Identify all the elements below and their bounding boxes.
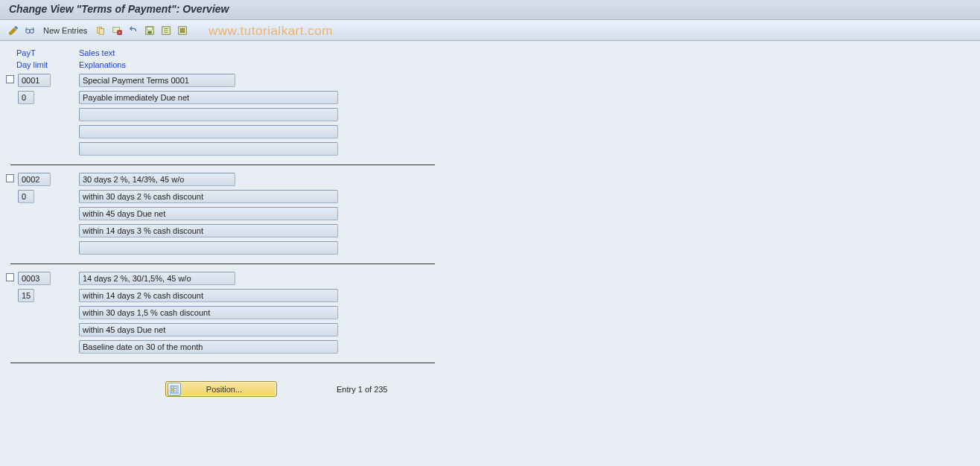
copy-icon[interactable] bbox=[95, 25, 106, 36]
sales-text-field[interactable]: 14 days 2 %, 30/1,5%, 45 w/o bbox=[79, 272, 235, 285]
explanation-field[interactable] bbox=[79, 125, 338, 138]
delete-icon[interactable] bbox=[111, 25, 123, 36]
explanation-field[interactable]: within 14 days 3 % cash discount bbox=[79, 224, 338, 237]
watermark-text: www.tutorialkart.com bbox=[209, 21, 333, 42]
select-all-icon[interactable] bbox=[160, 25, 172, 36]
change-icon[interactable] bbox=[7, 25, 19, 36]
payt-field[interactable]: 0003 bbox=[18, 272, 51, 285]
header-sales-text: Sales text bbox=[79, 48, 377, 57]
separator bbox=[10, 264, 435, 264]
entry-counter: Entry 1 of 235 bbox=[337, 385, 388, 394]
glasses-icon[interactable] bbox=[24, 25, 36, 36]
svg-point-0 bbox=[26, 29, 30, 33]
svg-rect-14 bbox=[174, 386, 177, 388]
payt-field[interactable]: 0001 bbox=[18, 74, 51, 87]
column-header-row-2: Day limit Explanations bbox=[16, 60, 974, 69]
payt-field[interactable]: 0002 bbox=[18, 173, 51, 186]
day-limit-field[interactable]: 0 bbox=[18, 91, 34, 104]
separator bbox=[10, 363, 435, 363]
explanation-field[interactable] bbox=[79, 142, 338, 156]
header-day-limit: Day limit bbox=[16, 60, 79, 69]
explanation-field[interactable]: Baseline date on 30 of the month bbox=[79, 340, 338, 354]
row-select-checkbox[interactable] bbox=[6, 75, 14, 83]
svg-rect-16 bbox=[174, 389, 177, 390]
page-title-text: Change View "Terms of Payment": Overview bbox=[9, 3, 229, 15]
row-select-checkbox[interactable] bbox=[6, 273, 14, 281]
entry-block: 0002 30 days 2 %, 14/3%, 45 w/o 0 within… bbox=[6, 173, 974, 256]
footer-row: Position... Entry 1 of 235 bbox=[165, 381, 974, 397]
explanation-field[interactable]: within 45 days Due net bbox=[79, 323, 338, 336]
entry-block: 0003 14 days 2 %, 30/1,5%, 45 w/o 15 wit… bbox=[6, 272, 974, 355]
entry-row: 0002 30 days 2 %, 14/3%, 45 w/o bbox=[6, 173, 974, 188]
explanation-field[interactable]: within 14 days 2 % cash discount bbox=[79, 289, 338, 302]
separator bbox=[10, 165, 435, 165]
column-header-row-1: PayT Sales text bbox=[16, 48, 974, 57]
explanation-field[interactable] bbox=[79, 241, 338, 255]
entry-row: 0001 Special Payment Terms 0001 bbox=[6, 74, 974, 89]
svg-rect-18 bbox=[174, 391, 177, 392]
sales-text-field[interactable]: 30 days 2 %, 14/3%, 45 w/o bbox=[79, 173, 235, 186]
position-button[interactable]: Position... bbox=[165, 381, 277, 397]
content-area: PayT Sales text Day limit Explanations 0… bbox=[0, 41, 980, 397]
row-select-checkbox[interactable] bbox=[6, 174, 14, 182]
position-button-label: Position... bbox=[185, 385, 276, 394]
save-icon[interactable] bbox=[144, 25, 156, 36]
svg-rect-8 bbox=[148, 31, 152, 34]
position-icon bbox=[168, 383, 181, 396]
svg-rect-17 bbox=[172, 391, 174, 392]
sales-text-field[interactable]: Special Payment Terms 0001 bbox=[79, 74, 235, 87]
undo-icon[interactable] bbox=[127, 25, 139, 36]
svg-rect-11 bbox=[181, 28, 185, 32]
svg-rect-15 bbox=[172, 389, 174, 390]
day-limit-field[interactable]: 0 bbox=[18, 190, 34, 203]
application-toolbar: New Entries www.tutorialkart.com bbox=[0, 20, 980, 41]
svg-rect-3 bbox=[100, 28, 104, 34]
svg-rect-7 bbox=[147, 28, 153, 31]
explanation-field[interactable]: Payable immediately Due net bbox=[79, 91, 338, 104]
explanation-field[interactable] bbox=[79, 108, 338, 121]
svg-rect-13 bbox=[172, 386, 174, 388]
header-explanations: Explanations bbox=[79, 60, 377, 69]
header-payt: PayT bbox=[16, 48, 79, 57]
new-entries-button[interactable]: New Entries bbox=[43, 26, 87, 35]
explanation-field[interactable]: within 30 days 1,5 % cash discount bbox=[79, 306, 338, 319]
entry-block: 0001 Special Payment Terms 0001 0 Payabl… bbox=[6, 74, 974, 157]
deselect-all-icon[interactable] bbox=[176, 25, 188, 36]
explanation-field[interactable]: within 45 days Due net bbox=[79, 207, 338, 220]
svg-point-1 bbox=[30, 29, 34, 33]
day-limit-field[interactable]: 15 bbox=[18, 289, 34, 302]
page-title: Change View "Terms of Payment": Overview bbox=[0, 0, 980, 20]
entry-row: 0003 14 days 2 %, 30/1,5%, 45 w/o bbox=[6, 272, 974, 287]
explanation-field[interactable]: within 30 days 2 % cash discount bbox=[79, 190, 338, 203]
